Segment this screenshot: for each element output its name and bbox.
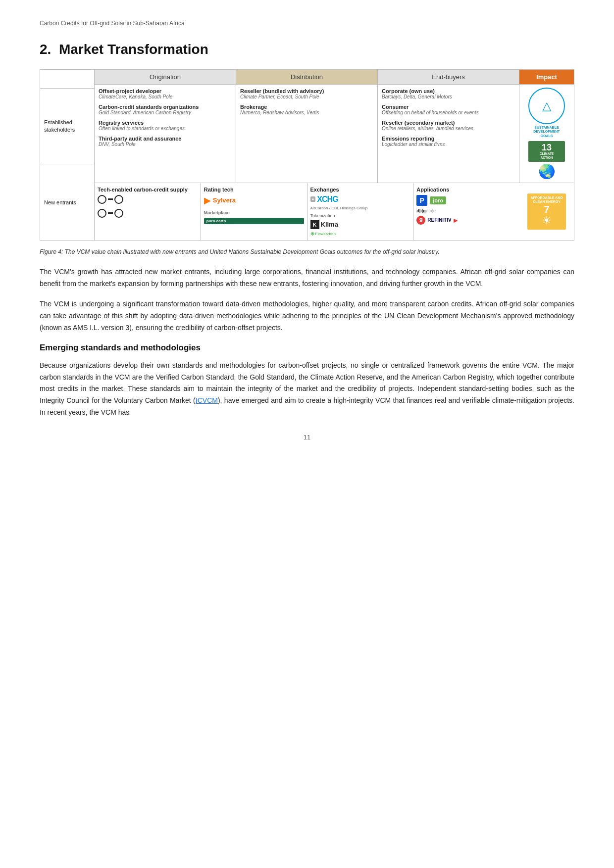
end-buyers-cell: Corporate (own use) Barclays, Delta, Gen… [378,85,519,183]
list-item: Third-party audit and assurance DNV, Sou… [99,136,232,147]
tokenization-label: Tokenization [310,213,410,218]
un-icon: △ [542,99,551,113]
vcm-diagram: Established stakeholders New entrants Or… [40,69,574,241]
section-title: 2. Market Transformation [40,42,574,57]
climate-icon: 🌏 [538,163,556,180]
sdg7-top-label: AFFORDABLE ANDCLEAN ENERGY [529,196,564,204]
digit-logo-row: d|i|g /i|n|e [416,208,516,213]
nine-refinitiv-row: 9 REFINITIV ► [416,216,516,225]
body-paragraph-2: The VCM is undergoing a significant tran… [40,298,574,334]
list-item: Carbon-credit standards organizations Go… [99,104,232,115]
exchange-logos: ● XCHG AirCarbon / CBL Holdings Group To… [310,195,410,237]
provenance-icon: P [416,195,427,206]
refinitiv-name: REFINITIV [427,217,451,223]
doc-header: Carbon Credits for Off-grid Solar in Sub… [40,20,574,27]
digit-text: d|i|g [416,208,426,213]
list-item: Consumer Offsetting on behalf of househo… [382,104,515,115]
new-entrants-row: Tech-enabled carbon-credit supply [95,183,574,240]
row-labels: Established stakeholders New entrants [40,70,95,240]
oo-logo-group [98,195,198,218]
impact-new-entrants-cell: AFFORDABLE ANDCLEAN ENERGY 7 ☀ [519,183,574,240]
flowcarbon-icon: ❋ [310,231,314,237]
list-item: Registry services Often linked to standa… [99,120,232,131]
ine-text: /i|n|e [426,208,436,213]
list-item: Offset-project developer ClimateCare, Ka… [99,88,232,99]
body-paragraph-3: Because organizations develop their own … [40,360,574,419]
new-entrants-label: New entrants [40,164,94,240]
origination-cell: Offset-project developer ClimateCare, Ka… [95,85,236,183]
oo-circle [98,195,106,204]
established-row: Offset-project developer ClimateCare, Ka… [95,85,574,183]
diagram-main: Origination Distribution End-buyers Impa… [95,70,574,240]
ne-exchanges-col: Exchanges ● XCHG AirCarbon / CBL Holding… [307,183,414,240]
list-item: Reseller (secondary market) Online retai… [382,120,515,131]
sylvera-logo-row: ▶ Sylvera [204,195,304,206]
sdg-un-badge: △ SUSTAINABLEDEVELOPMENTGOALS [528,88,565,138]
oo-link [108,212,113,214]
oo-row-1 [98,195,198,204]
ne-origination-col: Tech-enabled carbon-credit supply [95,183,201,240]
sdg13-badge: 13 CLIMATEACTION [528,141,565,162]
oo-circle [114,209,123,218]
sdg-label: SUSTAINABLEDEVELOPMENTGOALS [528,126,565,138]
provenance-row: P joro [416,195,516,206]
ne-rating-col: Rating tech ▶ Sylvera Marketplace puro.e… [201,183,307,240]
refinitiv-arrow-icon: ► [453,216,460,224]
col-header-end-buyers: End-buyers [378,70,519,84]
oo-circle [114,195,123,204]
un-sdg-circle: △ [528,88,565,124]
col-header-impact: Impact [519,70,574,84]
refinitiv-logo: REFINITIV ► [427,216,459,224]
oo-circle [98,209,106,218]
figure-caption: Figure 4: The VCM value chain illustrate… [40,247,574,256]
klima-logo: K Klima [310,220,410,229]
oo-link [108,198,113,200]
xchg-sub: AirCarbon / CBL Holdings Group [310,206,410,210]
joro-logo: joro [430,196,446,204]
xchg-name: XCHG [317,195,338,204]
col-header-origination: Origination [95,70,236,84]
oo-row-2 [98,209,198,218]
aircarbon-icon: ● [310,196,316,202]
column-headers: Origination Distribution End-buyers Impa… [95,70,574,85]
sdg7-number: 7 [529,204,564,214]
list-item: Brokerage Numerco, Redshaw Advisors, Ver… [240,104,373,115]
klima-name: Klima [321,221,338,228]
body-paragraph-1: The VCM's growth has attracted new marke… [40,266,574,290]
sdg13-number: 13 [529,143,564,152]
app-logos: P joro d|i|g /i|n|e 9 REFINITIV ► [416,195,516,225]
sylvera-icon: ▶ [204,195,211,206]
list-item: Corporate (own use) Barclays, Delta, Gen… [382,88,515,99]
list-item: Emissions reporting Logicladder and simi… [382,136,515,147]
rating-logos: ▶ Sylvera Marketplace puro.earth [204,195,304,224]
ne-applications-col: Applications P joro d|i|g /i|n|e 9 [413,183,519,240]
flowcarbon-logo: ❋ Flowcarbon [310,231,410,237]
distribution-cell: Reseller (bundled with advisory) Climate… [236,85,378,183]
klima-k-icon: K [310,220,319,229]
established-label: Established stakeholders [40,89,94,164]
list-item: Reseller (bundled with advisory) Climate… [240,88,373,99]
puro-earth-logo: puro.earth [204,218,304,224]
page-number: 11 [40,434,574,441]
nine-logo: 9 [416,216,425,225]
sylvera-name: Sylvera [213,196,236,204]
xchg-logo-row: ● XCHG [310,195,410,204]
icvcm-link[interactable]: ICVCM [196,396,218,404]
sdg13-label: CLIMATEACTION [529,152,564,160]
subsection-title: Emerging standards and methodologies [40,343,574,353]
col-header-distribution: Distribution [236,70,378,84]
marketplace-label: Marketplace [204,210,304,215]
new-entrants-inner: Tech-enabled carbon-credit supply [95,183,574,240]
impact-established-cell: △ SUSTAINABLEDEVELOPMENTGOALS 13 CLIMATE… [519,85,574,183]
sdg7-sun-icon: ☀ [529,214,564,227]
sdg7-badge: AFFORDABLE ANDCLEAN ENERGY 7 ☀ [527,193,566,230]
